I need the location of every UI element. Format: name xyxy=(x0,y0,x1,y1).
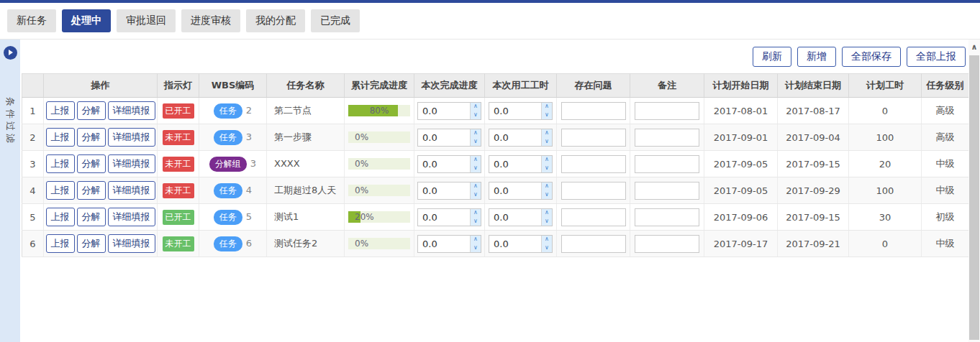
toolbar-button-新增[interactable]: 新增 xyxy=(797,47,836,67)
progress-label: 0% xyxy=(355,238,368,249)
note-input[interactable] xyxy=(635,208,699,226)
issue-input[interactable] xyxy=(561,129,626,147)
spinner-down-icon[interactable]: ∨ xyxy=(471,244,481,252)
plan-start-date-cell: 2017-09-05 xyxy=(704,151,778,177)
issue-input[interactable] xyxy=(561,155,626,173)
this-progress-input[interactable] xyxy=(418,182,470,199)
spinner-up-icon[interactable]: ∧ xyxy=(542,236,552,244)
vertical-scrollbar[interactable]: ∧ xyxy=(968,40,980,342)
tab-处理中[interactable]: 处理中 xyxy=(62,9,111,32)
spinner-down-icon[interactable]: ∨ xyxy=(542,164,552,172)
spinner-down-icon[interactable]: ∨ xyxy=(542,244,552,252)
plan-end-date-cell: 2017-09-15 xyxy=(778,151,849,177)
spinner-buttons: ∧∨ xyxy=(470,156,481,172)
wbs-code: 4 xyxy=(246,185,252,195)
tab-新任务[interactable]: 新任务 xyxy=(7,9,56,32)
work-hours-input[interactable] xyxy=(489,103,541,119)
scrollbar-thumb[interactable] xyxy=(969,55,979,340)
plan-start-date-cell: 2017-09-06 xyxy=(704,204,778,231)
action-button-上报[interactable]: 上报 xyxy=(46,128,75,147)
action-button-上报[interactable]: 上报 xyxy=(46,154,75,173)
work-hours-spinner: ∧∨ xyxy=(489,155,553,173)
spinner-down-icon[interactable]: ∨ xyxy=(542,190,552,199)
action-button-分解[interactable]: 分解 xyxy=(77,234,106,253)
spinner-up-icon[interactable]: ∧ xyxy=(471,156,481,165)
toolbar-button-刷新[interactable]: 刷新 xyxy=(753,47,791,67)
this-progress-input[interactable] xyxy=(418,129,470,146)
work-hours-input[interactable] xyxy=(489,209,541,226)
note-input[interactable] xyxy=(635,182,699,200)
spinner-up-icon[interactable]: ∧ xyxy=(542,182,552,191)
spinner-down-icon[interactable]: ∨ xyxy=(471,217,481,226)
work-hours-input[interactable] xyxy=(489,182,541,199)
spinner-down-icon[interactable]: ∨ xyxy=(471,164,481,172)
action-button-分解[interactable]: 分解 xyxy=(77,128,106,147)
issue-input[interactable] xyxy=(561,102,626,120)
spinner-down-icon[interactable]: ∨ xyxy=(542,137,552,146)
column-header-任务级别: 任务级别 xyxy=(922,74,969,98)
work-hours-cell: ∧∨ xyxy=(485,204,557,231)
spinner-down-icon[interactable]: ∨ xyxy=(542,217,552,226)
row-number-cell: 5 xyxy=(22,204,44,231)
issue-input[interactable] xyxy=(561,208,626,226)
spinner-up-icon[interactable]: ∧ xyxy=(471,103,481,111)
spinner-down-icon[interactable]: ∨ xyxy=(471,137,481,146)
work-hours-input[interactable] xyxy=(489,129,541,146)
note-cell xyxy=(630,151,704,177)
this-progress-input[interactable] xyxy=(418,156,470,172)
spinner-down-icon[interactable]: ∨ xyxy=(542,111,552,119)
tab-进度审核[interactable]: 进度审核 xyxy=(181,9,240,32)
work-hours-input[interactable] xyxy=(489,236,541,252)
action-button-详细填报[interactable]: 详细填报 xyxy=(108,101,155,120)
action-button-上报[interactable]: 上报 xyxy=(46,101,75,120)
spinner-up-icon[interactable]: ∧ xyxy=(542,156,552,165)
toolbar-button-全部保存[interactable]: 全部保存 xyxy=(842,47,901,67)
action-button-详细填报[interactable]: 详细填报 xyxy=(108,128,155,147)
action-button-详细填报[interactable]: 详细填报 xyxy=(108,234,155,253)
spinner-up-icon[interactable]: ∧ xyxy=(542,129,552,138)
column-header-计划开始日期: 计划开始日期 xyxy=(704,74,778,98)
note-input[interactable] xyxy=(635,129,699,147)
action-button-分解[interactable]: 分解 xyxy=(77,181,106,200)
action-button-分解[interactable]: 分解 xyxy=(77,154,106,173)
action-button-分解[interactable]: 分解 xyxy=(77,208,106,226)
action-button-详细填报[interactable]: 详细填报 xyxy=(108,181,155,200)
toolbar-button-全部上报[interactable]: 全部上报 xyxy=(907,47,966,67)
action-button-分解[interactable]: 分解 xyxy=(77,101,106,120)
this-progress-input[interactable] xyxy=(418,236,470,252)
action-button-上报[interactable]: 上报 xyxy=(46,181,75,200)
tab-我的分配[interactable]: 我的分配 xyxy=(246,9,305,32)
spinner-up-icon[interactable]: ∧ xyxy=(542,103,552,111)
note-input[interactable] xyxy=(635,235,699,253)
action-button-上报[interactable]: 上报 xyxy=(46,208,75,226)
spinner-up-icon[interactable]: ∧ xyxy=(471,209,481,218)
action-button-详细填报[interactable]: 详细填报 xyxy=(108,208,155,226)
scroll-up-icon[interactable]: ∧ xyxy=(968,40,980,54)
work-hours-input[interactable] xyxy=(489,156,541,172)
tab-审批退回[interactable]: 审批退回 xyxy=(117,9,176,32)
note-input[interactable] xyxy=(635,155,699,173)
column-header-指示灯: 指示灯 xyxy=(158,74,199,98)
wbs-code: 2 xyxy=(246,105,252,116)
expand-filter-button[interactable] xyxy=(4,46,17,60)
action-button-详细填报[interactable]: 详细填报 xyxy=(108,154,155,173)
spinner-up-icon[interactable]: ∧ xyxy=(542,209,552,218)
issue-input[interactable] xyxy=(561,235,626,253)
action-button-上报[interactable]: 上报 xyxy=(46,234,75,253)
spinner-down-icon[interactable]: ∨ xyxy=(471,111,481,119)
spinner-up-icon[interactable]: ∧ xyxy=(471,236,481,244)
spinner-down-icon[interactable]: ∨ xyxy=(471,190,481,199)
cumulative-progress-cell: 0% xyxy=(345,151,414,177)
issue-input[interactable] xyxy=(561,182,626,200)
note-input[interactable] xyxy=(635,102,699,120)
spinner-up-icon[interactable]: ∧ xyxy=(471,129,481,138)
table-row: 2上报分解详细填报未开工任务3第一步骤0%∧∨∧∨2017-09-012017-… xyxy=(22,124,969,151)
column-header-计划工时: 计划工时 xyxy=(849,74,922,98)
this-progress-input[interactable] xyxy=(418,103,470,119)
operation-buttons: 上报分解详细填报 xyxy=(44,154,157,173)
this-progress-input[interactable] xyxy=(418,209,470,226)
spinner-up-icon[interactable]: ∧ xyxy=(471,182,481,191)
this-progress-cell: ∧∨ xyxy=(414,98,485,124)
progress-bar: 0% xyxy=(348,185,410,196)
tab-已完成[interactable]: 已完成 xyxy=(311,9,360,32)
